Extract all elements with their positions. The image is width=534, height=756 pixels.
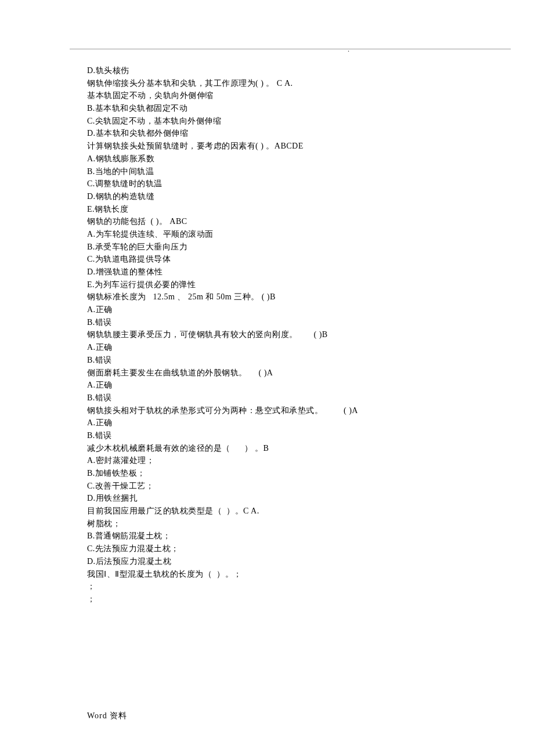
text-line: A.正确	[87, 379, 470, 392]
text-line: 钢轨的功能包括 ( )。 ABC	[87, 215, 470, 228]
text-line: A.密封蒸灌处理；	[87, 454, 470, 467]
text-line: B.当地的中间轨温	[87, 165, 470, 178]
text-line: B.承受车轮的巨大垂向压力	[87, 241, 470, 254]
text-line: A.正确	[87, 303, 470, 316]
text-line: C.改善干燥工艺；	[87, 480, 470, 493]
text-line: D.基本轨和尖轨都外侧伸缩	[87, 127, 470, 140]
text-line: C.为轨道电路提供导体	[87, 253, 470, 266]
document-page: . D.轨头核伤钢轨伸缩接头分基本轨和尖轨，其工作原理为( ) 。 C A.基本…	[0, 0, 534, 756]
header-dot: .	[348, 45, 349, 54]
text-line: D.钢轨的构造轨缝	[87, 190, 470, 203]
text-line: 目前我国应用最广泛的轨枕类型是（ ）。C A.	[87, 505, 470, 518]
text-line: B.错误	[87, 429, 470, 442]
header-rule	[70, 49, 511, 49]
text-line: 钢轨轨腰主要承受压力，可使钢轨具有较大的竖向刚度。 ( )B	[87, 328, 470, 341]
text-line: B.基本轨和尖轨都固定不动	[87, 102, 470, 115]
text-line: D.后法预应力混凝土枕	[87, 555, 470, 568]
text-line: B.错误	[87, 316, 470, 329]
text-line: ；	[87, 593, 470, 606]
text-line: 基本轨固定不动，尖轨向外侧伸缩	[87, 89, 470, 102]
text-line: 我国Ⅰ、Ⅱ型混凝土轨枕的长度为（ ）。；	[87, 568, 470, 581]
text-line: 钢轨接头相对于轨枕的承垫形式可分为两种：悬空式和承垫式。 ( )A	[87, 404, 470, 417]
text-line: E.为列车运行提供必要的弹性	[87, 278, 470, 291]
footer-text: Word 资料	[87, 711, 127, 721]
text-line: 减少木枕机械磨耗最有效的途径的是（ ） 。B	[87, 442, 470, 455]
text-line: C.调整轨缝时的轨温	[87, 178, 470, 190]
text-line: 钢轨伸缩接头分基本轨和尖轨，其工作原理为( ) 。 C A.	[87, 77, 470, 90]
text-line: 侧面磨耗主要发生在曲线轨道的外股钢轨。 ( )A	[87, 367, 470, 379]
text-line: A.为车轮提供连续、平顺的滚动面	[87, 228, 470, 241]
text-line: B.普通钢筋混凝土枕；	[87, 530, 470, 542]
text-line: B.错误	[87, 354, 470, 367]
text-line: D.轨头核伤	[87, 64, 470, 77]
text-line: 树脂枕；	[87, 518, 470, 530]
text-line: ；	[87, 580, 470, 593]
text-line: 计算钢轨接头处预留轨缝时，要考虑的因素有( ) 。ABCDE	[87, 140, 470, 153]
text-line: C.尖轨固定不动，基本轨向外侧伸缩	[87, 115, 470, 128]
text-line: 钢轨标准长度为 12.5m 、 25m 和 50m 三种。 ( )B	[87, 291, 470, 303]
text-line: B.错误	[87, 392, 470, 404]
text-line: C.先法预应力混凝土枕；	[87, 542, 470, 555]
document-body: D.轨头核伤钢轨伸缩接头分基本轨和尖轨，其工作原理为( ) 。 C A.基本轨固…	[87, 64, 470, 606]
text-line: A.正确	[87, 417, 470, 429]
text-line: B.加铺铁垫板；	[87, 467, 470, 480]
text-line: E.钢轨长度	[87, 203, 470, 216]
text-line: D.增强轨道的整体性	[87, 266, 470, 278]
text-line: A.钢轨线膨胀系数	[87, 153, 470, 165]
text-line: A.正确	[87, 341, 470, 354]
text-line: D.用铁丝捆扎	[87, 492, 470, 505]
